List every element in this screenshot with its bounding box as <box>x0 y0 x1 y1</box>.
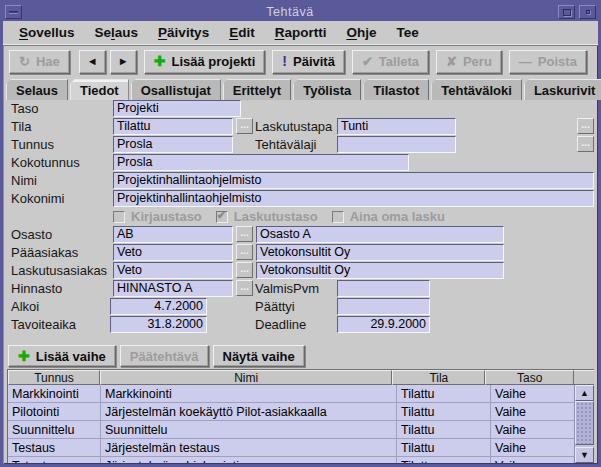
cell-taso: Vaihe <box>491 421 581 438</box>
cell-tunnus: Testaus <box>8 439 101 456</box>
hinnasto-label: Hinnasto <box>11 281 62 296</box>
column-header-tila[interactable]: Tila <box>392 370 485 385</box>
kokonimi-field[interactable]: Projektinhallintaohjelmisto <box>113 190 594 207</box>
nimi-field[interactable]: Projektinhallintaohjelmisto <box>113 172 594 189</box>
menu-edit[interactable]: Edit <box>219 23 265 42</box>
form-row-tunnus: Tunnus Prosla Tehtävälaji ... <box>3 136 598 154</box>
phase-table-header: Tunnus Nimi Tila Taso <box>8 370 594 385</box>
alkoi-label: Alkoi <box>11 299 39 314</box>
table-row[interactable]: Toteutus Järjestelmän ohjelmointi Tilatt… <box>8 457 594 463</box>
vertical-scrollbar[interactable]: ▲ ▼ <box>574 385 594 463</box>
tunnus-field[interactable]: Prosla <box>113 136 233 153</box>
menu-raportti[interactable]: Raportti <box>265 23 337 42</box>
cell-tunnus: Pilotointi <box>8 403 101 420</box>
cancel-button-label: Peru <box>463 54 492 69</box>
form-row-kokotunnus: Kokotunnus Prosla <box>3 154 598 172</box>
menu-selaus[interactable]: Selaus <box>85 23 149 42</box>
laskutusasiakas-browse-button[interactable]: ... <box>236 262 253 278</box>
plus-icon: ✚ <box>154 55 166 68</box>
deadline-field[interactable]: 29.9.2000 <box>337 316 430 333</box>
menu-sovellus[interactable]: Sovellus <box>9 23 85 42</box>
minimize-button[interactable] <box>579 5 596 19</box>
minus-icon: — <box>519 55 532 68</box>
cell-tila: Tilattu <box>397 403 491 420</box>
osasto-name-field[interactable]: Osasto A <box>256 226 504 243</box>
paattyi-field[interactable] <box>337 298 430 315</box>
cell-taso: Vaihe <box>491 457 581 463</box>
column-header-taso[interactable]: Taso <box>485 370 574 385</box>
menu-tee[interactable]: Tee <box>386 23 428 42</box>
table-row[interactable]: Pilotointi Järjestelmän koekäyttö Pilot-… <box>8 403 594 421</box>
hinnasto-field[interactable]: HINNASTO A <box>113 280 233 297</box>
window-title: Tehtävä <box>24 5 556 19</box>
tehtavalaji-field[interactable] <box>337 136 456 153</box>
next-record-button[interactable]: ► <box>110 50 137 74</box>
titlebar[interactable]: Tehtävä <box>3 3 598 21</box>
cell-tunnus: Markkinointi <box>8 385 101 402</box>
table-row[interactable]: Markkinointi Markkinointi Tilattu Vaihe <box>8 385 594 403</box>
main-task-button-label: Päätehtävä <box>130 349 199 364</box>
menu-ohje[interactable]: Ohje <box>336 23 386 42</box>
update-button[interactable]: ! Päivitä <box>272 50 345 74</box>
alkoi-field[interactable]: 4.7.2000 <box>110 298 207 315</box>
show-phase-button[interactable]: Näytä vaihe <box>213 345 305 367</box>
laskutusasiakas-name-field[interactable]: Vetokonsultit Oy <box>256 262 504 279</box>
column-header-tunnus[interactable]: Tunnus <box>8 370 100 385</box>
valmispvm-field[interactable] <box>337 280 430 297</box>
fetch-button: ↻ Hae <box>9 50 70 74</box>
previous-record-button[interactable]: ◄ <box>79 50 106 74</box>
form-row-tila: Tila Tilattu ... Laskutustapa Tunti ... <box>3 118 598 136</box>
tab-laskurivit[interactable]: Laskurivit <box>524 79 601 100</box>
tab-selaus[interactable]: Selaus <box>6 79 68 100</box>
menu-label-part: aportti <box>284 25 326 40</box>
tab-tilastot[interactable]: Tilastot <box>363 79 429 100</box>
add-phase-button[interactable]: ✚ Lisää vaihe <box>8 345 116 367</box>
phase-toolbar: ✚ Lisää vaihe Päätehtävä Näytä vaihe <box>8 345 305 369</box>
tab-osallistujat[interactable]: Osallistujat <box>131 79 221 100</box>
cell-nimi: Järjestelmän ohjelmointi <box>101 457 397 463</box>
menu-paivitys[interactable]: Päivitys <box>148 23 219 42</box>
scrollbar-thumb[interactable] <box>575 401 594 445</box>
form-row-taso: Taso Projekti <box>3 100 598 118</box>
tavoiteaika-field[interactable]: 31.8.2000 <box>110 316 207 333</box>
show-phase-button-label: Näytä vaihe <box>223 349 295 364</box>
laskutustapa-browse-button[interactable]: ... <box>577 118 594 134</box>
add-project-button[interactable]: ✚ Lisää projekti <box>144 50 266 74</box>
refresh-icon: ↻ <box>19 55 30 68</box>
scroll-up-button[interactable]: ▲ <box>575 385 594 401</box>
paaasiakas-code-field[interactable]: Veto <box>113 244 233 261</box>
paaasiakas-name-field[interactable]: Vetokonsultit Oy <box>256 244 504 261</box>
osasto-browse-button[interactable]: ... <box>236 226 253 242</box>
menu-label-part: aus <box>115 25 138 40</box>
tab-tyolista[interactable]: Työlista <box>293 79 361 100</box>
cell-nimi: Järjestelmän testaus <box>101 439 397 456</box>
kokonimi-label: Kokonimi <box>11 191 64 206</box>
hinnasto-browse-button[interactable]: ... <box>236 280 253 296</box>
form-row-nimi: Nimi Projektinhallintaohjelmisto <box>3 172 598 190</box>
laskutusasiakas-code-field[interactable]: Veto <box>113 262 233 279</box>
table-row[interactable]: Suunnittelu Suunnittelu Tilattu Vaihe <box>8 421 594 439</box>
task-window: Tehtävä Sovellus Selaus Päivitys Edit Ra… <box>0 0 601 467</box>
valmispvm-label: ValmisPvm <box>255 281 319 296</box>
column-header-nimi[interactable]: Nimi <box>100 370 392 385</box>
add-phase-button-label: Lisää vaihe <box>36 349 106 364</box>
taso-field[interactable]: Projekti <box>113 100 241 117</box>
tab-tiedot[interactable]: Tiedot <box>70 79 129 100</box>
tehtavalaji-browse-button[interactable]: ... <box>577 136 594 152</box>
tab-erittelyt[interactable]: Erittelyt <box>223 79 291 100</box>
laskutustapa-field[interactable]: Tunti <box>337 118 456 135</box>
tila-browse-button[interactable]: ... <box>236 118 253 134</box>
osasto-code-field[interactable]: AB <box>113 226 233 243</box>
paaasiakas-browse-button[interactable]: ... <box>236 244 253 260</box>
window-menu-button[interactable] <box>5 5 22 19</box>
kirjaustaso-checkbox-label: Kirjaustaso <box>131 209 202 224</box>
table-row[interactable]: Testaus Järjestelmän testaus Tilattu Vai… <box>8 439 594 457</box>
scroll-down-button[interactable]: ▼ <box>575 447 594 463</box>
maximize-icon <box>563 9 571 16</box>
tila-field[interactable]: Tilattu <box>113 118 233 135</box>
tab-tehtavaloki[interactable]: Tehtäväloki <box>431 79 522 100</box>
kokotunnus-field[interactable]: Prosla <box>113 154 409 171</box>
fetch-button-label: Hae <box>36 54 60 69</box>
nimi-label: Nimi <box>11 173 37 188</box>
maximize-button[interactable] <box>558 5 575 19</box>
